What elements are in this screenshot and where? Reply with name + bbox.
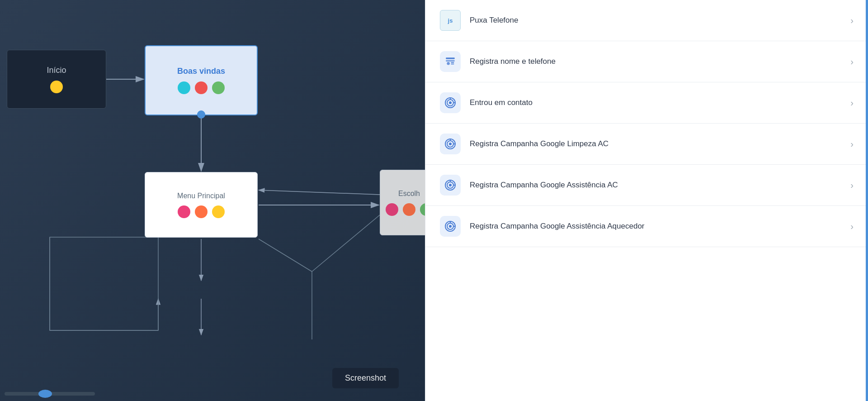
dot-cyan [178,81,190,94]
node-inicio-label: Início [47,66,66,75]
js-icon-label: js [448,17,453,24]
js-icon: js [440,10,461,31]
campanha-limpeza-label: Registra Campanha Google Limpeza AC [470,138,845,149]
campanha-aquecedor-label: Registra Campanha Google Assistência Aqu… [470,221,845,232]
target-icon-2 [440,134,461,154]
node-boas-vindas[interactable]: Boas vindas [145,45,258,115]
target-icon-4 [440,216,461,237]
chevron-right-icon-4: › [850,139,854,149]
inicio-dot [50,81,63,93]
panel-item-campanha-aquecedor[interactable]: Registra Campanha Google Assistência Aqu… [425,206,868,247]
boas-vindas-dots [178,81,225,94]
dot-yellow [212,205,225,218]
panel-item-registra-nome[interactable]: Registra nome e telefone › [425,41,868,82]
panel-item-puxa-telefone[interactable]: js Puxa Telefone › [425,0,868,41]
dot-green [212,81,225,94]
escolha-dot-green [420,203,425,216]
escolha-dot-pink [386,203,398,216]
node-menu-principal[interactable]: Menu Principal [145,172,258,238]
panel-item-campanha-assistencia-ac[interactable]: Registra Campanha Google Assistência AC … [425,165,868,206]
chevron-right-icon-3: › [850,98,854,108]
chevron-right-icon: › [850,15,854,26]
chevron-right-icon-2: › [850,57,854,67]
svg-rect-11 [50,237,158,330]
svg-line-13 [259,239,312,272]
scroll-thumb[interactable] [38,390,52,398]
entrou-contato-label: Entrou em contato [470,97,845,108]
contact-icon [440,51,461,72]
right-panel: js Puxa Telefone › Registra nome e telef… [425,0,868,401]
chevron-right-icon-5: › [850,180,854,191]
svg-point-20 [449,101,452,104]
svg-point-35 [449,225,452,228]
flow-canvas[interactable]: Início Boas vindas Menu Principal Escolh [0,0,425,401]
dot-red [195,81,208,94]
node-escolha-label: Escolh [398,190,420,198]
node-menu-label: Menu Principal [177,192,225,200]
dot-pink [178,205,190,218]
right-border-accent [866,0,868,401]
svg-point-17 [447,62,450,65]
registra-nome-label: Registra nome e telefone [470,56,845,67]
boas-vindas-conn-bottom [197,110,205,119]
escolha-dot-orange [403,203,415,216]
panel-item-entrou-contato[interactable]: Entrou em contato › [425,82,868,124]
svg-line-5 [259,190,380,195]
target-icon-3 [440,175,461,196]
menu-dots [178,205,225,218]
svg-point-25 [449,143,452,145]
node-boas-vindas-label: Boas vindas [177,67,225,76]
puxa-telefone-label: Puxa Telefone [470,15,845,26]
chevron-right-icon-6: › [850,221,854,232]
svg-rect-16 [446,60,455,62]
svg-rect-15 [446,57,455,59]
screenshot-button[interactable]: Screenshot [332,368,399,388]
campanha-assistencia-ac-label: Registra Campanha Google Assistência AC [470,180,845,191]
svg-point-30 [449,184,452,186]
target-icon-1 [440,92,461,113]
node-escolha[interactable]: Escolh [380,170,425,235]
node-inicio[interactable]: Início [7,50,106,109]
scroll-track[interactable] [5,392,95,396]
escolha-dots [386,203,425,216]
panel-item-campanha-limpeza[interactable]: Registra Campanha Google Limpeza AC › [425,124,868,165]
svg-line-12 [312,215,380,272]
dot-orange [195,205,208,218]
